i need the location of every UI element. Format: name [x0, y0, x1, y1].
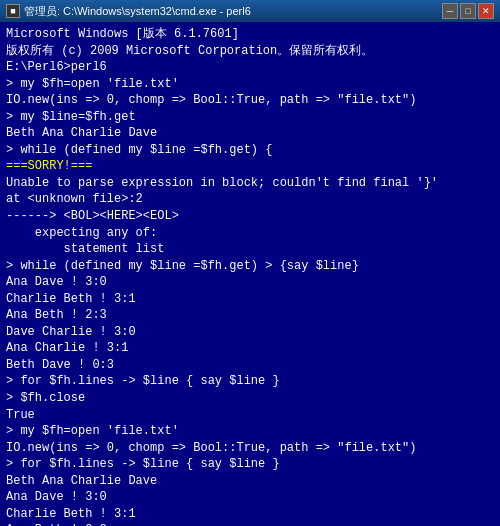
- terminal-line: Ana Dave ! 3:0: [6, 274, 494, 291]
- terminal-window[interactable]: Microsoft Windows [版本 6.1.7601]版权所有 (c) …: [0, 22, 500, 526]
- terminal-line: > my $fh=open 'file.txt': [6, 423, 494, 440]
- terminal-line: Ana Beth ! 2:3: [6, 307, 494, 324]
- terminal-line: ------> <BOL><HERE><EOL>: [6, 208, 494, 225]
- terminal-line: Charlie Beth ! 3:1: [6, 291, 494, 308]
- window-title: 管理员: C:\Windows\system32\cmd.exe - perl6: [24, 4, 251, 19]
- terminal-line: Unable to parse expression in block; cou…: [6, 175, 494, 192]
- terminal-line: Charlie Beth ! 3:1: [6, 506, 494, 523]
- terminal-line: > while (defined my $line =$fh.get) {: [6, 142, 494, 159]
- terminal-line: > my $fh=open 'file.txt': [6, 76, 494, 93]
- terminal-line: > while (defined my $line =$fh.get) > {s…: [6, 258, 494, 275]
- terminal-line: ===SORRY!===: [6, 158, 494, 175]
- terminal-line: Beth Ana Charlie Dave: [6, 125, 494, 142]
- terminal-line: True: [6, 407, 494, 424]
- terminal-line: Dave Charlie ! 3:0: [6, 324, 494, 341]
- terminal-line: Ana Charlie ! 3:1: [6, 340, 494, 357]
- terminal-line: Ana Dave ! 3:0: [6, 489, 494, 506]
- minimize-button[interactable]: ─: [442, 3, 458, 19]
- maximize-button[interactable]: □: [460, 3, 476, 19]
- terminal-line: > my $line=$fh.get: [6, 109, 494, 126]
- terminal-line: > for $fh.lines -> $line { say $line }: [6, 456, 494, 473]
- terminal-line: Microsoft Windows [版本 6.1.7601]: [6, 26, 494, 43]
- terminal-line: E:\Perl6>perl6: [6, 59, 494, 76]
- title-bar: ■ 管理员: C:\Windows\system32\cmd.exe - per…: [0, 0, 500, 22]
- terminal-line: 版权所有 (c) 2009 Microsoft Corporation。保留所有…: [6, 43, 494, 60]
- terminal-line: Ana Beth ! 2:3: [6, 522, 494, 526]
- terminal-line: IO.new(ins => 0, chomp => Bool::True, pa…: [6, 440, 494, 457]
- app-icon: ■: [6, 4, 20, 18]
- terminal-line: Beth Dave ! 0:3: [6, 357, 494, 374]
- window-controls: ─ □ ✕: [442, 3, 494, 19]
- close-button[interactable]: ✕: [478, 3, 494, 19]
- terminal-line: > for $fh.lines -> $line { say $line }: [6, 373, 494, 390]
- terminal-line: Beth Ana Charlie Dave: [6, 473, 494, 490]
- terminal-line: statement list: [6, 241, 494, 258]
- terminal-line: IO.new(ins => 0, chomp => Bool::True, pa…: [6, 92, 494, 109]
- terminal-line: > $fh.close: [6, 390, 494, 407]
- terminal-line: at <unknown file>:2: [6, 191, 494, 208]
- title-bar-left: ■ 管理员: C:\Windows\system32\cmd.exe - per…: [6, 4, 251, 19]
- terminal-line: expecting any of:: [6, 225, 494, 242]
